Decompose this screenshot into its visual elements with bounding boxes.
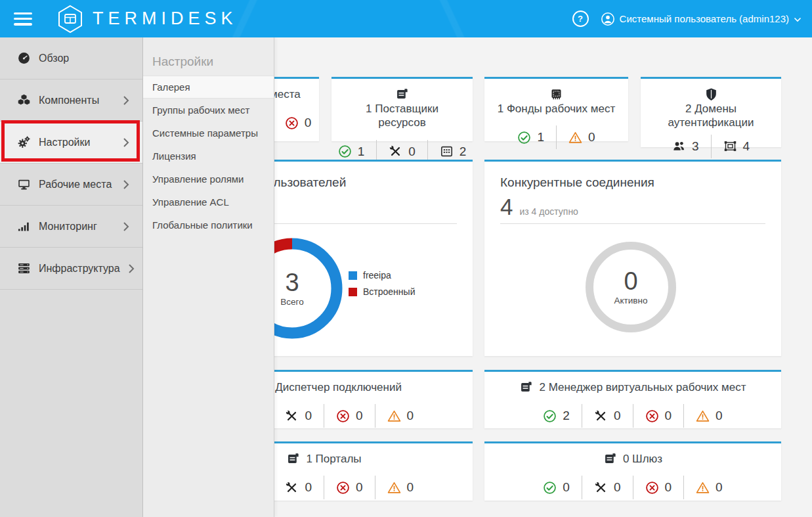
sidebar-item-1[interactable]: Компоненты [0, 79, 142, 122]
stat-users: 3 [672, 139, 699, 154]
legend-row: Встроенный [349, 286, 415, 297]
card-title-text: 1 Фонды рабочих мест [498, 102, 616, 116]
stat-check-circle: 1 [517, 130, 544, 145]
card-title-text: 2 Домены аутентификации [650, 102, 772, 130]
stat-value: 0 [408, 145, 416, 159]
submenu-item-label: Группы рабочих мест [152, 104, 249, 116]
stat-value: 1 [358, 145, 365, 159]
concurrent-connections-card: Конкурентные соединения 4 из 4 доступно … [484, 160, 781, 356]
submenu-item-4[interactable]: Управление ролями [143, 168, 274, 191]
tools-icon [285, 481, 299, 495]
sidebar-item-4[interactable]: Мониторинг [0, 206, 142, 248]
legend-swatch-icon [349, 288, 357, 296]
tools-icon [285, 409, 299, 423]
server-icon [603, 452, 617, 466]
card-auth-domains[interactable]: 2 Домены аутентификации34 [641, 77, 781, 147]
error-circle-icon [285, 116, 299, 130]
stat-value: 0 [614, 480, 621, 495]
sidebar-item-label: Мониторинг [39, 221, 97, 233]
connections-donut-chart: 0 Активно [582, 238, 680, 336]
stat-error-circle: 0 [645, 409, 672, 423]
stat-value: 0 [305, 480, 312, 495]
legend-label: Встроенный [363, 286, 415, 297]
gauge-icon [17, 51, 31, 65]
bars-icon [17, 219, 31, 233]
submenu-item-label: Управление ролями [152, 173, 244, 185]
stat-warning: 0 [387, 480, 414, 495]
warning-icon [387, 409, 401, 423]
card-stats: 34 [641, 135, 781, 158]
table-icon [440, 145, 454, 158]
card-gateway[interactable]: 0 Шлюз0000 [484, 441, 781, 501]
check-circle-icon [543, 409, 557, 423]
stat-divider [582, 404, 582, 428]
chevron-right-icon [123, 95, 129, 106]
submenu-item-1[interactable]: Группы рабочих мест [143, 99, 274, 122]
stat-value: 3 [692, 139, 699, 154]
user-name: Системный пользователь (admin123) [620, 13, 789, 24]
stat-value: 0 [407, 480, 414, 495]
servers-icon [17, 261, 31, 275]
brand-name: TERMIDESK [93, 9, 238, 29]
sidebar-item-3[interactable]: Рабочие места [0, 164, 142, 206]
submenu-item-5[interactable]: Управление ACL [143, 191, 274, 214]
submenu-item-label: Глобальные политики [152, 219, 253, 231]
legend-swatch-icon [349, 271, 357, 280]
stat-warning: 0 [696, 409, 723, 423]
error-circle-icon [336, 409, 350, 423]
hamburger-menu-icon[interactable] [14, 12, 33, 26]
sidebar-item-0[interactable]: Обзор [0, 37, 142, 79]
stat-value: 0 [588, 130, 595, 145]
user-menu[interactable]: Системный пользователь (admin123) [601, 12, 801, 26]
connections-available-value: 4 [500, 195, 513, 218]
card-title-text: 1 Поставщики ресурсов [341, 102, 463, 130]
card-workplace-pools[interactable]: 1 Фонды рабочих мест10 [484, 77, 628, 141]
stat-divider [683, 404, 684, 428]
error-circle-icon [645, 409, 659, 423]
object-group-icon [723, 139, 737, 153]
chevron-right-icon [123, 137, 129, 148]
submenu-item-0[interactable]: Галерея [143, 76, 274, 99]
card-vdi-manager[interactable]: 2 Менеджер виртуальных рабочих мест2000 [484, 370, 781, 428]
server-icon [395, 87, 409, 101]
card-title: 1 Фонды рабочих мест [484, 87, 628, 116]
gears-icon [17, 135, 31, 149]
sidebar-item-label: Инфраструктура [39, 263, 120, 275]
submenu-item-6[interactable]: Глобальные политики [143, 214, 274, 236]
tools-icon [389, 145, 402, 158]
sidebar-item-label: Настройки [39, 137, 90, 148]
chevron-right-icon [123, 179, 129, 190]
submenu-item-2[interactable]: Системные параметры [143, 122, 274, 145]
warning-icon [696, 481, 710, 495]
card-resource-providers[interactable]: 1 Поставщики ресурсов102 [331, 77, 473, 141]
submenu-item-label: Управление ACL [152, 196, 229, 208]
submenu-item-label: Системные параметры [152, 127, 258, 139]
card-stats: 10 [484, 125, 628, 149]
card-stats: 2000 [484, 404, 781, 428]
stat-divider [582, 476, 582, 499]
chevron-down-icon [794, 16, 801, 22]
submenu-item-label: Лицензия [152, 150, 196, 162]
sidebar-item-2[interactable]: Настройки [0, 122, 142, 164]
stat-tools: 0 [594, 480, 621, 495]
sidebar-item-5[interactable]: Инфраструктура [0, 248, 142, 290]
connections-available-label: из 4 доступно [519, 206, 578, 217]
submenu-item-3[interactable]: Лицензия [143, 145, 274, 168]
server-icon [519, 380, 533, 394]
card-title: 2 Домены аутентификации [641, 87, 781, 130]
top-bar: TERMIDESK ? Системный пользователь (admi… [0, 0, 812, 37]
stat-value: 2 [459, 145, 467, 159]
users-icon [672, 139, 686, 153]
stat-object-group: 4 [723, 139, 750, 154]
card-title-text: 2 Менеджер виртуальных рабочих мест [539, 380, 746, 394]
stat-value: 2 [563, 409, 570, 423]
card-stats: 0000 [484, 476, 781, 499]
card-title-text: 1 Диспетчер подключений [266, 380, 402, 394]
stat-tools: 0 [285, 480, 312, 495]
stat-divider [375, 476, 375, 499]
stat-value: 0 [563, 480, 570, 495]
chart-legend: freeipaВстроенный [349, 270, 415, 297]
help-icon[interactable]: ? [572, 11, 589, 27]
stat-error-circle: 0 [336, 409, 363, 423]
stat-warning: 0 [696, 480, 723, 495]
